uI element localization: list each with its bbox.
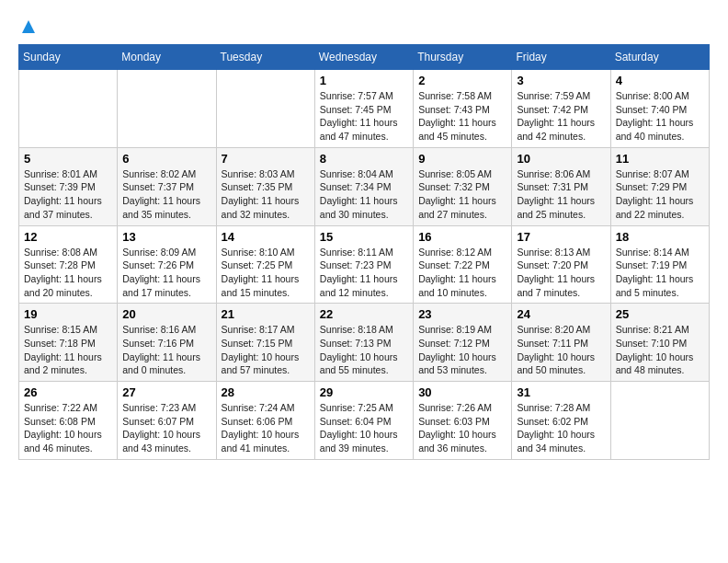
day-number: 4 bbox=[616, 74, 704, 87]
day-number: 27 bbox=[122, 385, 210, 399]
day-cell: 22Sunrise: 8:18 AM Sunset: 7:13 PM Dayli… bbox=[314, 304, 413, 382]
weekday-header-tuesday: Tuesday bbox=[216, 45, 314, 70]
week-row-2: 5Sunrise: 8:01 AM Sunset: 7:39 PM Daylig… bbox=[19, 147, 710, 225]
day-cell: 10Sunrise: 8:06 AM Sunset: 7:31 PM Dayli… bbox=[512, 147, 610, 225]
day-number: 25 bbox=[616, 307, 704, 321]
day-cell: 18Sunrise: 8:14 AM Sunset: 7:19 PM Dayli… bbox=[610, 225, 709, 304]
calendar-table: SundayMondayTuesdayWednesdayThursdayFrid… bbox=[18, 44, 710, 460]
day-info: Sunrise: 8:06 AM Sunset: 7:31 PM Dayligh… bbox=[517, 167, 605, 222]
weekday-header-row: SundayMondayTuesdayWednesdayThursdayFrid… bbox=[19, 45, 710, 70]
day-number: 1 bbox=[320, 74, 408, 87]
day-cell: 13Sunrise: 8:09 AM Sunset: 7:26 PM Dayli… bbox=[118, 225, 216, 304]
day-number: 13 bbox=[122, 230, 210, 244]
day-number: 17 bbox=[517, 230, 605, 244]
day-info: Sunrise: 8:13 AM Sunset: 7:20 PM Dayligh… bbox=[517, 246, 605, 300]
day-info: Sunrise: 8:20 AM Sunset: 7:11 PM Dayligh… bbox=[517, 323, 605, 377]
week-row-1: 1Sunrise: 7:57 AM Sunset: 7:45 PM Daylig… bbox=[19, 70, 710, 148]
day-cell: 11Sunrise: 8:07 AM Sunset: 7:29 PM Dayli… bbox=[610, 147, 709, 225]
day-number: 19 bbox=[24, 307, 112, 321]
weekday-header-thursday: Thursday bbox=[414, 45, 512, 70]
day-info: Sunrise: 8:08 AM Sunset: 7:28 PM Dayligh… bbox=[24, 246, 112, 300]
day-info: Sunrise: 8:19 AM Sunset: 7:12 PM Dayligh… bbox=[418, 323, 506, 377]
day-cell: 21Sunrise: 8:17 AM Sunset: 7:15 PM Dayli… bbox=[216, 304, 314, 382]
day-cell: 9Sunrise: 8:05 AM Sunset: 7:32 PM Daylig… bbox=[414, 147, 512, 225]
day-cell: 19Sunrise: 8:15 AM Sunset: 7:18 PM Dayli… bbox=[19, 304, 118, 382]
day-cell: 8Sunrise: 8:04 AM Sunset: 7:34 PM Daylig… bbox=[314, 147, 413, 225]
day-cell: 6Sunrise: 8:02 AM Sunset: 7:37 PM Daylig… bbox=[118, 147, 216, 225]
day-number: 22 bbox=[320, 307, 408, 321]
day-info: Sunrise: 8:01 AM Sunset: 7:39 PM Dayligh… bbox=[24, 167, 112, 222]
day-cell bbox=[216, 70, 314, 148]
week-row-3: 12Sunrise: 8:08 AM Sunset: 7:28 PM Dayli… bbox=[19, 225, 710, 304]
day-number: 18 bbox=[616, 230, 704, 244]
day-cell: 26Sunrise: 7:22 AM Sunset: 6:08 PM Dayli… bbox=[19, 382, 118, 460]
day-info: Sunrise: 7:58 AM Sunset: 7:43 PM Dayligh… bbox=[418, 89, 506, 144]
weekday-header-sunday: Sunday bbox=[19, 45, 118, 70]
day-cell: 3Sunrise: 7:59 AM Sunset: 7:42 PM Daylig… bbox=[512, 70, 610, 148]
day-info: Sunrise: 8:14 AM Sunset: 7:19 PM Dayligh… bbox=[616, 246, 704, 300]
day-cell: 16Sunrise: 8:12 AM Sunset: 7:22 PM Dayli… bbox=[414, 225, 512, 304]
day-info: Sunrise: 8:09 AM Sunset: 7:26 PM Dayligh… bbox=[122, 246, 210, 300]
day-info: Sunrise: 7:25 AM Sunset: 6:04 PM Dayligh… bbox=[320, 401, 408, 455]
day-info: Sunrise: 8:03 AM Sunset: 7:35 PM Dayligh… bbox=[222, 167, 310, 222]
day-number: 15 bbox=[320, 230, 408, 244]
day-number: 29 bbox=[320, 385, 408, 399]
day-cell: 4Sunrise: 8:00 AM Sunset: 7:40 PM Daylig… bbox=[610, 70, 709, 148]
day-number: 23 bbox=[418, 307, 506, 321]
day-cell: 29Sunrise: 7:25 AM Sunset: 6:04 PM Dayli… bbox=[314, 382, 413, 460]
day-info: Sunrise: 7:24 AM Sunset: 6:06 PM Dayligh… bbox=[222, 401, 310, 455]
day-info: Sunrise: 7:28 AM Sunset: 6:02 PM Dayligh… bbox=[517, 401, 605, 455]
day-number: 31 bbox=[517, 385, 605, 399]
day-cell: 23Sunrise: 8:19 AM Sunset: 7:12 PM Dayli… bbox=[414, 304, 512, 382]
day-info: Sunrise: 8:05 AM Sunset: 7:32 PM Dayligh… bbox=[418, 167, 506, 222]
day-number: 20 bbox=[122, 307, 210, 321]
day-number: 30 bbox=[418, 385, 506, 399]
day-number: 11 bbox=[616, 152, 704, 166]
day-cell: 30Sunrise: 7:26 AM Sunset: 6:03 PM Dayli… bbox=[414, 382, 512, 460]
day-info: Sunrise: 7:23 AM Sunset: 6:07 PM Dayligh… bbox=[122, 401, 210, 455]
day-cell: 17Sunrise: 8:13 AM Sunset: 7:20 PM Dayli… bbox=[512, 225, 610, 304]
day-cell: 5Sunrise: 8:01 AM Sunset: 7:39 PM Daylig… bbox=[19, 147, 118, 225]
day-number: 5 bbox=[24, 152, 112, 166]
day-cell bbox=[610, 382, 709, 460]
day-info: Sunrise: 8:07 AM Sunset: 7:29 PM Dayligh… bbox=[616, 167, 704, 222]
day-cell: 1Sunrise: 7:57 AM Sunset: 7:45 PM Daylig… bbox=[314, 70, 413, 148]
day-number: 7 bbox=[222, 152, 310, 166]
day-cell: 27Sunrise: 7:23 AM Sunset: 6:07 PM Dayli… bbox=[118, 382, 216, 460]
day-number: 3 bbox=[517, 74, 605, 87]
day-number: 16 bbox=[418, 230, 506, 244]
day-number: 14 bbox=[222, 230, 310, 244]
day-info: Sunrise: 8:17 AM Sunset: 7:15 PM Dayligh… bbox=[222, 323, 310, 377]
day-info: Sunrise: 8:21 AM Sunset: 7:10 PM Dayligh… bbox=[616, 323, 704, 377]
day-info: Sunrise: 8:02 AM Sunset: 7:37 PM Dayligh… bbox=[122, 167, 210, 222]
day-info: Sunrise: 7:22 AM Sunset: 6:08 PM Dayligh… bbox=[24, 401, 112, 455]
day-number: 10 bbox=[517, 152, 605, 166]
day-cell: 12Sunrise: 8:08 AM Sunset: 7:28 PM Dayli… bbox=[19, 225, 118, 304]
weekday-header-saturday: Saturday bbox=[610, 45, 709, 70]
day-cell: 28Sunrise: 7:24 AM Sunset: 6:06 PM Dayli… bbox=[216, 382, 314, 460]
day-number: 6 bbox=[122, 152, 210, 166]
weekday-header-monday: Monday bbox=[118, 45, 216, 70]
day-info: Sunrise: 7:26 AM Sunset: 6:03 PM Dayligh… bbox=[418, 401, 506, 455]
day-number: 2 bbox=[418, 74, 506, 87]
svg-marker-0 bbox=[22, 20, 35, 33]
day-info: Sunrise: 7:59 AM Sunset: 7:42 PM Dayligh… bbox=[517, 89, 605, 144]
week-row-5: 26Sunrise: 7:22 AM Sunset: 6:08 PM Dayli… bbox=[19, 382, 710, 460]
day-cell bbox=[118, 70, 216, 148]
day-cell: 14Sunrise: 8:10 AM Sunset: 7:25 PM Dayli… bbox=[216, 225, 314, 304]
weekday-header-wednesday: Wednesday bbox=[314, 45, 413, 70]
day-info: Sunrise: 7:57 AM Sunset: 7:45 PM Dayligh… bbox=[320, 89, 408, 144]
day-info: Sunrise: 8:11 AM Sunset: 7:23 PM Dayligh… bbox=[320, 246, 408, 300]
day-cell: 24Sunrise: 8:20 AM Sunset: 7:11 PM Dayli… bbox=[512, 304, 610, 382]
logo bbox=[18, 18, 37, 29]
day-number: 9 bbox=[418, 152, 506, 166]
day-info: Sunrise: 8:00 AM Sunset: 7:40 PM Dayligh… bbox=[616, 89, 704, 144]
day-info: Sunrise: 8:12 AM Sunset: 7:22 PM Dayligh… bbox=[418, 246, 506, 300]
day-cell: 2Sunrise: 7:58 AM Sunset: 7:43 PM Daylig… bbox=[414, 70, 512, 148]
logo-icon bbox=[20, 18, 37, 35]
day-cell: 15Sunrise: 8:11 AM Sunset: 7:23 PM Dayli… bbox=[314, 225, 413, 304]
day-number: 26 bbox=[24, 385, 112, 399]
page-header bbox=[18, 18, 710, 29]
week-row-4: 19Sunrise: 8:15 AM Sunset: 7:18 PM Dayli… bbox=[19, 304, 710, 382]
day-number: 28 bbox=[222, 385, 310, 399]
